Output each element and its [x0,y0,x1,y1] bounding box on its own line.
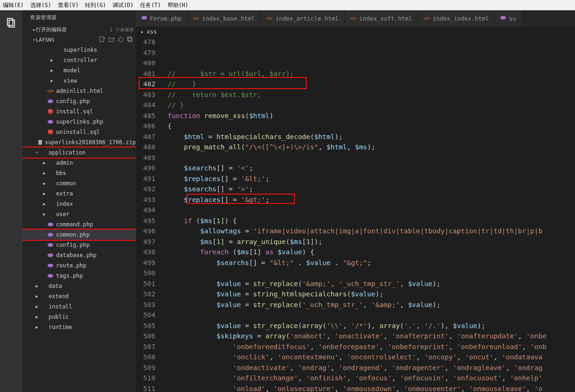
code-line[interactable] [168,310,575,321]
tree-item[interactable]: config.php [22,240,136,250]
code-line[interactable]: if ($ms[1]) { [168,216,575,226]
tree-item[interactable]: ▶runtime [22,322,136,332]
code-line[interactable]: $searchs[] = '>'; [168,184,575,195]
sql-icon [47,109,54,114]
tree-item-label: config.php [56,98,90,105]
code-line[interactable]: foreach ($ms[1] as $value) { [168,247,575,258]
code-line[interactable]: preg_match_all("/\<([^\<]+)\>/is", $html… [168,142,575,153]
code-line[interactable] [168,268,575,279]
menu-item[interactable]: 调试(D) [112,2,133,9]
tree-item[interactable]: database.php [22,250,136,260]
collapse-all-icon[interactable] [126,36,134,43]
tree-item-label: superlinks [63,47,97,53]
code-line[interactable]: { [168,121,575,132]
expand-icon: ▶ [35,304,39,309]
svg-rect-4 [127,37,131,41]
tree-item-label: superlinks.php [56,119,103,125]
tree-item[interactable]: ▶extra [22,189,136,199]
code-line[interactable]: 'ondeactivate', 'ondrag', 'ondragend', '… [168,363,575,373]
tree-item[interactable]: tags.php [22,271,136,281]
code-line[interactable]: // } [168,100,575,111]
code-line[interactable]: // return $ext.$str; [168,90,575,100]
code-line[interactable]: $html = htmlspecialchars_decode($html); [168,132,575,142]
tree-item[interactable]: uninstall.sql [22,127,136,137]
sidebar: 资源管理器 ▸ 打开的编辑器 1 个未保存 ▿ LAYSNS superlink… [22,10,136,392]
code-line[interactable]: $allowtags = 'iframe|video|attach|img|a|… [168,226,575,237]
menu-item[interactable]: 查看(V) [58,2,79,9]
menu-item[interactable]: 帮助(H) [168,2,189,9]
tree-item[interactable]: ▶controller [22,55,136,65]
code-line[interactable] [168,153,575,163]
code-line[interactable]: 'onload', 'onlosecapture', 'onmousedown'… [168,384,575,392]
code-line[interactable]: $value = str_replace('&amp;', '_uch_tmp_… [168,279,575,289]
editor-tab[interactable]: <>index_article.html [261,10,345,27]
svg-rect-0 [7,19,13,26]
tree-item[interactable]: ▶model [22,65,136,76]
html-icon: <> [266,15,273,21]
tree-item[interactable]: ▶admin [22,158,136,168]
svg-rect-2 [100,37,104,42]
expand-icon: ▶ [49,68,54,73]
editor-tab[interactable]: <>index_soft.html [345,10,418,27]
tree-item[interactable]: common.php [22,230,136,240]
code-line[interactable]: $value = str_replace(array('\\', '/*'), … [168,321,575,331]
new-file-icon[interactable] [98,36,106,43]
expand-icon: ▶ [35,294,39,299]
code-editor[interactable]: 4784794804814824834844854864874884894904… [136,37,575,392]
code-line[interactable]: $ms[1] = array_unique($ms[1]); [168,237,575,247]
tree-item[interactable]: ▶bbs [22,168,136,178]
menu-item[interactable]: 转到(G) [85,2,106,9]
breadcrumb[interactable]: ▸ xss [136,27,575,37]
menu-item[interactable]: 编辑(E) [3,2,24,9]
code-line[interactable]: 'onfilterchange', 'onfinish', 'onfocus',… [168,373,575,384]
php-icon [47,232,54,238]
tree-item[interactable]: ▶view [22,76,136,86]
editor-tab[interactable]: su [495,10,522,27]
tree-item[interactable]: superlinks20180306_1700.zip [22,137,136,147]
tree-item[interactable]: ▶data [22,281,136,291]
tree-item[interactable]: ▿application [22,147,136,158]
tree-item[interactable]: install.sql [22,106,136,117]
tree-item[interactable]: ▶extend [22,291,136,301]
code-line[interactable]: $value = string_htmlspecialchars($value)… [168,289,575,300]
tree-item[interactable]: config.php [22,96,136,106]
tree-item[interactable]: ▶public [22,312,136,322]
tree-item[interactable]: ▶common [22,178,136,189]
explorer-icon[interactable] [5,17,18,30]
tree-item[interactable]: route.php [22,260,136,271]
tree-item[interactable]: ▶index [22,199,136,209]
menu-item[interactable]: 任务(T) [140,2,161,9]
svg-point-19 [48,274,53,278]
code-line[interactable]: function remove_xss($html) [168,111,575,121]
project-section[interactable]: ▿ LAYSNS [22,35,136,45]
expand-icon: ▶ [42,161,47,165]
tree-item[interactable]: <>adminlist.html [22,86,136,96]
menu-item[interactable]: 选择(S) [30,2,51,9]
tree-item[interactable]: superlinks.php [22,117,136,127]
tree-item[interactable]: ▶install [22,301,136,312]
highlight-box-allowtags [187,194,295,204]
refresh-icon[interactable] [117,36,125,43]
code-line[interactable]: 'onbeforeeditfocus', 'onbeforepaste', 'o… [168,342,575,352]
php-icon [47,263,54,268]
chevron-down-icon: ▿ [33,37,36,43]
tree-item[interactable]: command.php [22,219,136,230]
editor-tab[interactable]: <>index_base.html [188,10,261,27]
code-line[interactable]: $value = str_replace('_uch_tmp_str_', '&… [168,300,575,310]
code-line[interactable]: $searchs[] = "&lt;" . $value . "&gt;"; [168,258,575,268]
open-editors-section[interactable]: ▸ 打开的编辑器 1 个未保存 [22,25,136,35]
editor-tab[interactable]: <>index_index.html [418,10,495,27]
code-line[interactable]: $skipkeys = array('onabort', 'onactivate… [168,331,575,342]
code-line[interactable]: $searchs[] = '<'; [168,163,575,174]
code-line[interactable] [168,205,575,216]
new-folder-icon[interactable] [108,36,115,43]
code-line[interactable]: $replaces[] = '&lt;'; [168,174,575,184]
tree-item[interactable]: superlinks [22,45,136,55]
code-lines[interactable]: // $str = url($url, $arr);// }// return … [168,69,575,392]
menu-bar[interactable]: 编辑(E)选择(S)查看(V)转到(G)调试(D)任务(T)帮助(H) [0,0,575,10]
editor-tab[interactable]: Forum.php [136,10,188,27]
code-line[interactable]: 'onclick', 'oncontextmenu', 'oncontrolse… [168,352,575,363]
svg-point-16 [48,243,53,247]
html-icon: <> [193,15,199,21]
tree-item[interactable]: ▶user [22,209,136,219]
